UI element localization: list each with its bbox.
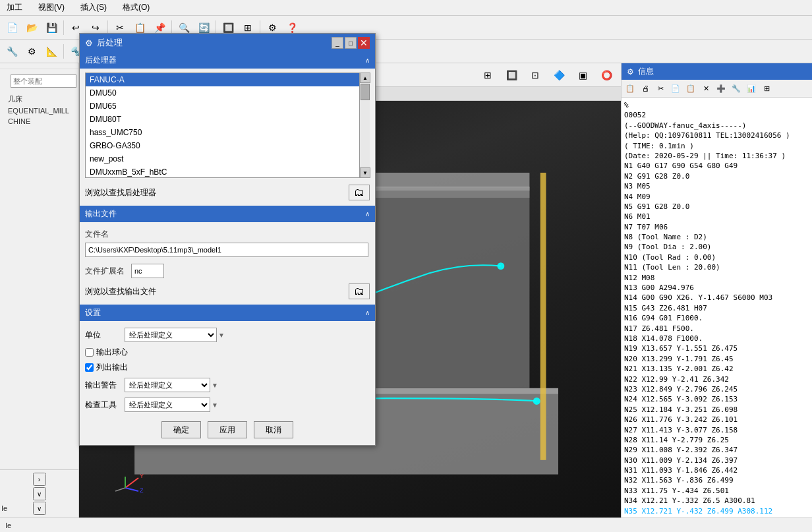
tree-item-chine[interactable]: CHINE	[0, 116, 78, 127]
dialog-close-btn[interactable]: ✕	[358, 37, 370, 49]
settings-section-chevron[interactable]: ∧	[365, 309, 370, 316]
pp-section-chevron[interactable]: ∧	[365, 57, 370, 64]
sep1	[63, 20, 64, 35]
open-btn[interactable]: 📂	[22, 18, 41, 37]
ok-btn[interactable]: 确定	[161, 421, 201, 438]
pp-list-item-4[interactable]: hass_UMC750	[86, 126, 369, 139]
tb2-btn1[interactable]: 🔧	[3, 42, 21, 61]
axes-indicator: Y Z	[105, 458, 145, 498]
info-tb-add[interactable]: ➕	[714, 81, 728, 96]
info-tb-expand[interactable]: ⊞	[759, 81, 774, 96]
code-line: (Date: 2020-05-29 || Time: 11:36:37 )	[624, 151, 809, 161]
info-tb-cut[interactable]: ✂	[653, 81, 668, 96]
pp-list-item-0[interactable]: FANUC-A	[86, 73, 369, 86]
browse-output-btn[interactable]: 🗂	[349, 283, 370, 299]
collapse-btn-v2[interactable]: ∨	[33, 502, 46, 515]
checktool-dropdown-arrow: ▼	[212, 401, 218, 409]
pp-scroll-up[interactable]: ▲	[360, 73, 370, 83]
gc-btn3[interactable]: ⊡	[526, 66, 544, 84]
expand-btn[interactable]: ›	[33, 473, 46, 486]
browse-pp-btn[interactable]: 🗂	[349, 185, 370, 200]
menu-insert[interactable]: 插入(S)	[76, 1, 111, 15]
code-line: N18 X14.078 F1000.	[624, 334, 809, 343]
filename-input[interactable]	[85, 243, 368, 257]
code-line: N14 G00 G90 X26. Y-1.467 S6000 M03	[624, 293, 809, 303]
pp-scroll-down[interactable]: ▼	[360, 167, 370, 178]
code-line: N9 (Tool Dia : 2.00)	[624, 242, 809, 252]
code-line: N24 X12.565 Y-3.092 Z6.153	[624, 394, 809, 404]
code-line: N4 M09	[624, 192, 809, 202]
info-tb-paste[interactable]: 📋	[683, 81, 698, 96]
fileext-input[interactable]	[131, 264, 164, 278]
svg-point-5	[533, 398, 540, 405]
sep6	[63, 44, 64, 59]
menu-machining[interactable]: 加工	[3, 1, 26, 15]
warning-select[interactable]: 经后处理定义	[125, 378, 210, 392]
tb2-btn2[interactable]: ⚙	[22, 42, 41, 61]
gc-btn5[interactable]: ▣	[573, 66, 592, 84]
gc-btn4[interactable]: 🔷	[550, 66, 568, 84]
info-content[interactable]: %O0052(--GOODWAY-fanuc_4axis-----)(Help:…	[622, 98, 812, 517]
tree-item-lathe[interactable]: 几床	[0, 93, 78, 105]
code-line: N15 G43 Z26.481 H07	[624, 303, 809, 313]
of-section-chevron[interactable]: ∧	[365, 210, 370, 218]
info-tb-settings[interactable]: 🔧	[729, 81, 743, 96]
new-btn[interactable]: 📄	[3, 18, 21, 37]
warning-dropdown-arrow: ▼	[212, 382, 218, 389]
info-tb-copy2[interactable]: 📄	[668, 81, 683, 96]
pp-section-label: 后处理器	[85, 55, 117, 66]
warning-label: 输出警告	[85, 380, 125, 391]
post-process-dialog[interactable]: ⚙ 后处理 _ □ ✕ 后处理器 ∧ FANUC-ADMU50DMU65DMU8…	[79, 33, 376, 446]
code-line: N32 X11.563 Y-.836 Z6.499	[624, 475, 809, 485]
dialog-minimize-btn[interactable]: _	[332, 37, 343, 49]
cancel-btn[interactable]: 取消	[254, 421, 293, 438]
code-line: N20 X13.299 Y-1.791 Z6.45	[624, 354, 809, 364]
gc-btn6[interactable]: ⭕	[597, 66, 616, 84]
fileext-label: 文件扩展名	[85, 266, 131, 277]
pp-list-item-6[interactable]: new_post	[86, 152, 369, 165]
save-btn[interactable]: 💾	[42, 18, 61, 37]
pp-list-item-2[interactable]: DMU65	[86, 100, 369, 113]
svg-line-10	[125, 488, 138, 491]
menu-view[interactable]: 视图(V)	[34, 1, 69, 15]
pp-scroll-thumb[interactable]	[361, 84, 370, 100]
code-line: N33 X11.75 Y-.434 Z6.501	[624, 486, 809, 496]
code-line: N34 X12.21 Y-.332 Z6.5 A300.81	[624, 496, 809, 506]
code-line: N31 X11.093 Y-1.846 Z6.442	[624, 465, 809, 475]
gc-btn2[interactable]: 🔲	[502, 66, 521, 84]
filename-row: 文件名	[80, 226, 375, 243]
info-tb-close[interactable]: ✕	[699, 81, 713, 96]
unit-select[interactable]: 经后处理定义	[125, 328, 217, 342]
code-line: (--GOODWAY-fanuc_4axis-----)	[624, 121, 809, 131]
info-title-label: 信息	[638, 66, 654, 77]
menu-format[interactable]: 格式(O)	[119, 1, 154, 15]
info-gear-icon: ⚙	[627, 67, 634, 76]
browse-output-row: 浏览以查找输出文件 🗂	[80, 281, 375, 305]
pp-list-item-3[interactable]: DMU80T	[86, 113, 369, 126]
apply-btn[interactable]: 应用	[208, 421, 247, 438]
left-panel: 几床 EQUENTIAL_MILL CHINE Ie › ∨ ∨	[0, 63, 79, 517]
dialog-maximize-btn[interactable]: □	[345, 37, 357, 49]
code-line: N1 G40 G17 G90 G54 G80 G49	[624, 161, 809, 171]
info-tb-copy[interactable]: 📋	[623, 81, 637, 96]
list-output-checkbox[interactable]	[85, 363, 94, 372]
pp-list-item-5[interactable]: GRBO-GA350	[86, 139, 369, 152]
tree-label	[0, 63, 78, 69]
collapse-btn-v1[interactable]: ∨	[33, 487, 46, 500]
pp-list[interactable]: FANUC-ADMU50DMU65DMU80Thass_UMC750GRBO-G…	[85, 73, 370, 178]
filename-input-row	[80, 243, 375, 261]
info-tb-chart[interactable]: 📊	[744, 81, 759, 96]
list-output-row: 列出输出	[80, 360, 375, 375]
check-tool-select[interactable]: 经后处理定义	[125, 398, 210, 412]
output-origin-checkbox[interactable]	[85, 348, 94, 357]
unit-row: 单位 经后处理定义 ▼	[80, 325, 375, 345]
pp-list-item-7[interactable]: DMUxxmB_5xF_hBtC	[86, 165, 369, 178]
tb2-btn3[interactable]: 📐	[42, 42, 61, 61]
tree-item-equential[interactable]: EQUENTIAL_MILL	[0, 105, 78, 116]
list-output-label: 列出输出	[96, 362, 128, 373]
pp-list-item-1[interactable]: DMU50	[86, 86, 369, 100]
gc-btn1[interactable]: ⊞	[478, 66, 497, 84]
assembly-search[interactable]	[11, 74, 76, 88]
info-tb-print[interactable]: 🖨	[638, 81, 652, 96]
svg-point-4	[497, 262, 504, 270]
